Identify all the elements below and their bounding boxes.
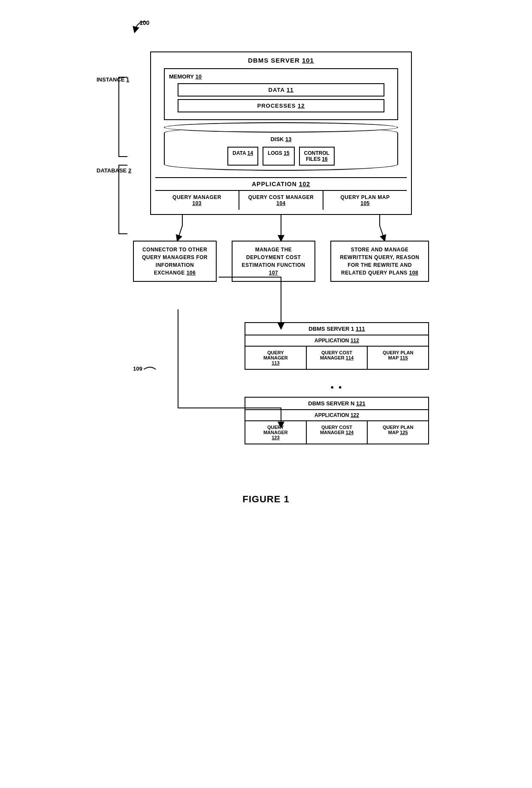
dbms-server-n-query-plan-map: QUERY PLANMAP 125: [368, 421, 428, 444]
dbms-server-n-box: DBMS SERVER N 121 APPLICATION 122 QUERYM…: [245, 397, 429, 444]
lower-box-108: STORE AND MANAGEREWRITTEN QUERY, REASONF…: [330, 241, 429, 282]
dots: • •: [245, 378, 429, 397]
dbms-server-1-app: APPLICATION 112: [245, 335, 428, 347]
data-box: DATA 11: [178, 83, 384, 97]
lower-box-107: MANAGE THEDEPLOYMENT COSTESTIMATION FUNC…: [232, 241, 315, 282]
dbms-server-title: DBMS SERVER 101: [155, 57, 407, 64]
disk-container: DISK 13 DATA 14 LOGS 15 CONTROLFILES 16: [164, 127, 398, 171]
dbms-server-1-query-plan-map: QUERY PLANMAP 115: [368, 347, 428, 369]
memory-box: MEMORY 10 DATA 11 PROCESSES 12: [164, 68, 398, 120]
disk-shape: DISK 13 DATA 14 LOGS 15 CONTROLFILES 16: [164, 127, 398, 171]
dbms-server-1-query-cost-manager: QUERY COSTMANAGER 114: [307, 347, 368, 369]
dbms-server-n-title: DBMS SERVER N 121: [245, 398, 428, 410]
disk-title: DISK 13: [169, 136, 393, 142]
dbms-server-n-managers: QUERYMANAGER123 QUERY COSTMANAGER 124 QU…: [245, 421, 428, 444]
dbms-sub-boxes: DBMS SERVER 1 111 APPLICATION 112 QUERYM…: [245, 322, 429, 453]
dbms-server-n-app: APPLICATION 122: [245, 410, 428, 421]
disk-data-item: DATA 14: [227, 147, 258, 166]
lower-section: CONNECTOR TO OTHERQUERY MANAGERS FORINFO…: [133, 215, 429, 481]
dbms-server-n-query-cost-manager: QUERY COSTMANAGER 124: [307, 421, 368, 444]
dbms-server-1-managers: QUERYMANAGER113 QUERY COSTMANAGER 114 QU…: [245, 347, 428, 369]
disk-top-ellipse: [164, 122, 398, 133]
processes-box: PROCESSES 12: [178, 99, 384, 112]
label-109: 109: [133, 365, 157, 374]
dbms-server-box: DBMS SERVER 101 MEMORY 10 DATA 11 PROCES…: [150, 51, 412, 215]
memory-title: MEMORY 10: [169, 73, 393, 80]
disk-control-files-item: CONTROLFILES 16: [299, 147, 335, 166]
manager-cell-query-cost-manager: QUERY COST MANAGER104: [239, 191, 323, 210]
dbms-server-n-query-manager: QUERYMANAGER123: [245, 421, 307, 444]
manager-cell-query-plan-map: QUERY PLAN MAP105: [323, 191, 407, 210]
lower-box-106: CONNECTOR TO OTHERQUERY MANAGERS FORINFO…: [133, 241, 217, 282]
application-row: APPLICATION 102: [155, 177, 407, 190]
figure-caption: FIGURE 1: [99, 494, 433, 505]
page-container: 100 INSTANCE 1 DATABASE 2 DBMS SERVER 10…: [99, 9, 433, 505]
dbms-server-1-query-manager: QUERYMANAGER113: [245, 347, 307, 369]
disk-logs-item: LOGS 15: [263, 147, 295, 166]
dbms-server-1-box: DBMS SERVER 1 111 APPLICATION 112 QUERYM…: [245, 322, 429, 370]
managers-row: QUERY MANAGER103 QUERY COST MANAGER104 Q…: [155, 190, 407, 210]
dbms-server-1-title: DBMS SERVER 1 111: [245, 323, 428, 335]
disk-items: DATA 14 LOGS 15 CONTROLFILES 16: [169, 147, 393, 166]
manager-cell-query-manager: QUERY MANAGER103: [155, 191, 239, 210]
lower-boxes: CONNECTOR TO OTHERQUERY MANAGERS FORINFO…: [133, 241, 429, 282]
